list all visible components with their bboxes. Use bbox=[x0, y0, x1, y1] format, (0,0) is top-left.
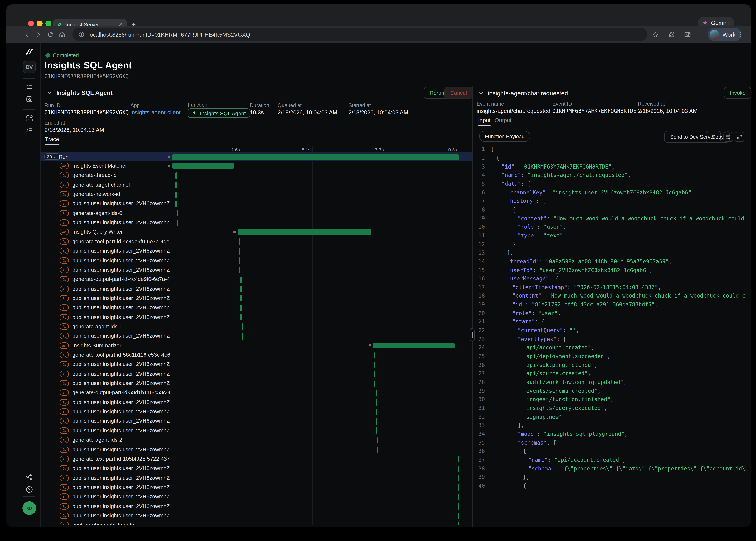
trace-row[interactable]: generate-text-part-id-105bf925-5722-4371… bbox=[40, 454, 472, 464]
trace-row[interactable]: generate-tool-part-id-4c4de9f0-6e7a-4de6… bbox=[40, 237, 472, 246]
share-icon[interactable] bbox=[22, 470, 36, 484]
search-tabs-icon[interactable] bbox=[682, 29, 693, 40]
expand-icon[interactable] bbox=[735, 132, 744, 142]
step-span-tick[interactable] bbox=[376, 390, 377, 396]
trace-row[interactable]: publish:user:insights:user_2VH6zowmhZC8z… bbox=[40, 407, 472, 416]
trace-row[interactable]: publish:user:insights:user_2VH6zowmhZC8z… bbox=[40, 199, 472, 209]
run-span-bar[interactable] bbox=[172, 154, 459, 160]
app-badge[interactable]: DV bbox=[23, 61, 36, 73]
trace-row[interactable]: publish:user:insights:user_2VH6zowmhZC8z… bbox=[40, 511, 472, 520]
sidebar-item-runs[interactable] bbox=[22, 80, 36, 94]
step-span-tick[interactable] bbox=[457, 522, 459, 525]
url-bar[interactable]: localhost:8288/run?runID=01KHRMF677RJPPH… bbox=[72, 28, 647, 41]
step-span-tick[interactable] bbox=[242, 323, 243, 330]
step-span-tick[interactable] bbox=[375, 371, 376, 377]
step-span-tick[interactable] bbox=[239, 258, 241, 264]
step-span-tick[interactable] bbox=[457, 484, 459, 491]
trace-row[interactable]: generate-output-part-id-58d1b116-c53c-4e… bbox=[40, 388, 472, 397]
trace-row[interactable]: publish:user:insights:user_2VH6zowmhZC8z… bbox=[40, 426, 472, 435]
trace-row[interactable]: Insights Summarizer bbox=[40, 341, 472, 350]
step-span-tick[interactable] bbox=[241, 276, 242, 283]
step-span-tick[interactable] bbox=[375, 352, 376, 358]
trace-row[interactable]: generate-agent-ids-0 bbox=[40, 209, 472, 218]
tab-output[interactable]: Output bbox=[495, 117, 511, 123]
extensions-icon[interactable] bbox=[666, 29, 676, 40]
trace-row[interactable]: Insights Query Writer bbox=[40, 227, 472, 237]
trace-row[interactable]: capture-observability-data bbox=[40, 520, 472, 525]
step-span-tick[interactable] bbox=[241, 295, 242, 301]
maximize-window-button[interactable] bbox=[45, 21, 51, 26]
trace-row[interactable]: publish:user:insights:user_2VH6zowmhZC8z… bbox=[40, 331, 472, 341]
trace-row[interactable]: publish:user:insights:user_2VH6zowmhZC8z… bbox=[40, 265, 472, 275]
trace-row[interactable]: publish:user:insights:user_2VH6zowmhZC8z… bbox=[40, 397, 472, 407]
trace-row[interactable]: Insights Event Matcher bbox=[40, 161, 472, 171]
help-icon[interactable] bbox=[22, 483, 36, 496]
step-span-tick[interactable] bbox=[457, 456, 459, 462]
trace-row[interactable]: generate-agent-ids-1 bbox=[40, 322, 472, 331]
trace-row[interactable]: publish:user:insights:user_2VH6zowmhZC8z… bbox=[40, 473, 472, 483]
collapse-run-icon[interactable] bbox=[46, 89, 53, 96]
trace-row[interactable]: publish:user:insights:user_2VH6zowmhZC8z… bbox=[40, 502, 472, 511]
trace-row-run[interactable]: 39 ⌄Run bbox=[40, 153, 472, 161]
trace-row[interactable]: publish:user:insights:user_2VH6zowmhZC8z… bbox=[40, 256, 472, 265]
step-span-tick[interactable] bbox=[377, 446, 378, 453]
step-span-tick[interactable] bbox=[176, 201, 177, 207]
step-span-tick[interactable] bbox=[176, 191, 177, 198]
trace-row[interactable]: publish:user:insights:user_2VH6zowmhZC8z… bbox=[40, 416, 472, 426]
step-span-tick[interactable] bbox=[239, 248, 241, 255]
bookmark-star-icon[interactable] bbox=[650, 29, 660, 40]
trace-row[interactable]: publish:user:insights:user_2VH6zowmhZC8z… bbox=[40, 379, 472, 388]
trace-row[interactable]: publish:user:insights:user_2VH6zowmhZC8z… bbox=[40, 369, 472, 379]
step-span-tick[interactable] bbox=[376, 418, 377, 424]
collapse-event-icon[interactable] bbox=[478, 90, 484, 96]
trace-row[interactable]: publish:user:insights:user_2VH6zowmhZC8z… bbox=[40, 284, 472, 293]
step-span-bar[interactable] bbox=[373, 343, 455, 348]
step-span-tick[interactable] bbox=[239, 239, 241, 245]
home-icon[interactable] bbox=[57, 29, 67, 40]
trace-row[interactable]: publish:user:insights:user_2VH6zowmhZC8z… bbox=[40, 492, 472, 502]
function-payload-button[interactable]: Function Payload bbox=[479, 131, 530, 142]
trace-row[interactable]: generate-network-id bbox=[40, 190, 472, 199]
app-link[interactable]: insights-agent-client bbox=[131, 110, 181, 115]
event-payload-code[interactable]: 1[2{3"id": "01KHRMF63Y7AHK7EKFQGN8RTDE",… bbox=[473, 145, 745, 490]
step-span-tick[interactable] bbox=[457, 465, 459, 472]
step-span-bar[interactable] bbox=[238, 229, 372, 235]
trace-row[interactable]: generate-thread-id bbox=[40, 171, 472, 180]
word-wrap-icon[interactable] bbox=[723, 132, 733, 142]
step-span-tick[interactable] bbox=[241, 305, 242, 311]
step-span-tick[interactable] bbox=[457, 513, 459, 519]
step-span-tick[interactable] bbox=[242, 333, 243, 339]
step-span-tick[interactable] bbox=[241, 314, 242, 320]
reload-icon[interactable] bbox=[45, 29, 55, 40]
step-span-bar[interactable] bbox=[172, 163, 234, 169]
sidebar-item-functions[interactable] bbox=[22, 124, 36, 137]
cancel-button[interactable]: Cancel bbox=[444, 87, 473, 99]
dev-tools-button[interactable] bbox=[22, 501, 36, 515]
trace-row[interactable]: publish:user:insights:user_2VH6zowmhZC8z… bbox=[40, 360, 472, 369]
trace-row[interactable]: publish:user:insights:user_2VH6zowmhZC8z… bbox=[40, 445, 472, 454]
trace-row[interactable]: publish:user:insights:user_2VH6zowmhZC8z… bbox=[40, 464, 472, 473]
forward-icon[interactable] bbox=[33, 29, 44, 40]
tab-input[interactable]: Input bbox=[478, 117, 490, 123]
step-span-tick[interactable] bbox=[376, 409, 377, 415]
inngest-logo[interactable] bbox=[22, 45, 36, 59]
trace-row[interactable]: generate-output-part-id-4c4de9f0-6e7a-4d… bbox=[40, 275, 472, 284]
step-span-tick[interactable] bbox=[375, 380, 376, 387]
sidebar-item-apps[interactable] bbox=[22, 111, 36, 125]
trace-row[interactable]: publish:user:insights:user_2VH6zowmhZC8z… bbox=[40, 483, 472, 492]
site-info-icon[interactable] bbox=[78, 31, 85, 38]
step-span-tick[interactable] bbox=[176, 182, 177, 188]
step-span-tick[interactable] bbox=[457, 503, 459, 510]
sidebar-item-events[interactable] bbox=[22, 92, 36, 106]
run-children-count[interactable]: 39 ⌄ bbox=[44, 154, 60, 160]
trace-row[interactable]: publish:user:insights:user_2VH6zowmhZC8z… bbox=[40, 293, 472, 303]
step-span-tick[interactable] bbox=[376, 399, 377, 406]
trace-row[interactable]: publish:user:insights:user_2VH6zowmhZC8z… bbox=[40, 303, 472, 312]
function-badge[interactable]: Insights SQL Agent bbox=[188, 109, 250, 118]
trace-row[interactable]: generate-target-channel bbox=[40, 180, 472, 190]
step-span-tick[interactable] bbox=[176, 173, 177, 179]
trace-row[interactable]: publish:user:insights:user_2VH6zowmhZC8z… bbox=[40, 312, 472, 322]
step-span-tick[interactable] bbox=[375, 361, 376, 368]
trace-row[interactable]: publish:user:insights:user_2VH6zowmhZC8z… bbox=[40, 246, 472, 256]
close-window-button[interactable] bbox=[28, 21, 34, 26]
